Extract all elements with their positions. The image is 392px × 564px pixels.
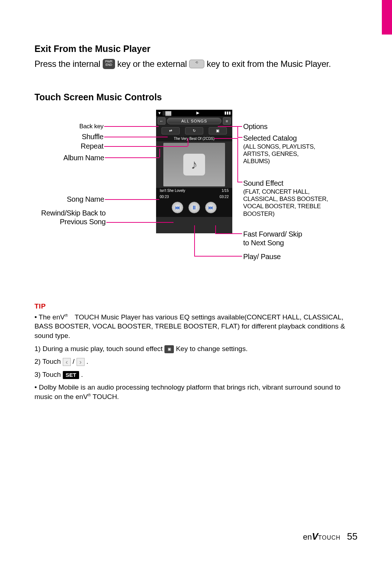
label-selected-catalog-sub: (ALL SONGS, PLAYLISTS, ARTISTS, GENRES, …: [243, 143, 323, 165]
music-note-icon: ♪: [183, 154, 205, 176]
sound-effect-icon: ▣: [216, 129, 219, 133]
options-button[interactable]: ≡: [223, 117, 231, 125]
playback-controls: ⏮ ⏸ ⏭: [156, 200, 232, 217]
skip-back-icon: ⏮: [175, 205, 180, 210]
tip-step-3: 3) Touch SET .: [34, 370, 358, 379]
label-shuffle: Shuffle: [82, 132, 103, 141]
tip-step-2: 2) Touch ‹ / › .: [34, 357, 358, 366]
catalog-selector[interactable]: ALL SONGS: [167, 118, 221, 124]
leader-line: [215, 225, 216, 233]
leader-line: [188, 138, 188, 146]
signal-icon: ▼ ░▓▓: [158, 111, 171, 115]
list-icon: ≡: [226, 119, 228, 123]
tip-step-1: 1) During a music play, touch sound effe…: [34, 344, 358, 354]
tip-bullet-dolby: • Dolby Mobile is an audio processing te…: [34, 383, 358, 401]
label-repeat: Repeat: [80, 142, 103, 150]
text: TOUCH Music Player has various EQ settin…: [34, 313, 345, 339]
leader-line: [159, 149, 160, 157]
music-player-diagram: ▼ ░▓▓ ▶ ▮▮▮ ← ALL SONGS ≡ ⇄ ↻ ▣ The Very…: [34, 110, 358, 284]
section-touch-controls-title: Touch Screen Music Controls: [34, 92, 358, 102]
repeat-button[interactable]: ↻: [185, 127, 203, 134]
label-sound-effect-sub: (FLAT, CONCERT HALL, CLASSICAL, BASS BOO…: [243, 188, 330, 218]
text: TOUCH: [318, 535, 340, 541]
label-rewind: Rewind/Skip Back to Previous Song: [38, 209, 106, 226]
sound-effect-key-icon: ▣: [164, 345, 174, 353]
registered-mark: ®: [65, 313, 68, 317]
leader-line: [237, 137, 242, 138]
back-arrow-icon: ←: [160, 119, 164, 123]
registered-mark: ®: [88, 393, 91, 397]
leader-line: [214, 138, 238, 139]
page-content: Exit From the Music Player Press the int…: [0, 0, 392, 427]
repeat-icon: ↻: [193, 129, 196, 133]
skip-forward-icon: ⏭: [208, 205, 213, 210]
next-button[interactable]: ⏭: [205, 202, 217, 213]
label-options: Options: [243, 122, 268, 131]
pause-icon: ⏸: [192, 205, 197, 210]
set-button-icon: SET: [63, 371, 79, 379]
leader-line: [218, 126, 238, 127]
page-edge-tab: [382, 0, 392, 35]
label-sound-effect: Sound Effect: [243, 179, 283, 188]
text: 2) Touch: [34, 358, 63, 365]
sound-effect-button[interactable]: ▣: [209, 127, 227, 134]
mode-icon-row: ⇄ ↻ ▣: [156, 126, 232, 136]
text: en: [303, 532, 312, 541]
leader-line: [237, 126, 238, 137]
brand-logo: enVTOUCH: [303, 531, 340, 542]
play-pause-button[interactable]: ⏸: [188, 202, 200, 213]
leader-line: [194, 256, 242, 257]
shuffle-icon: ⇄: [169, 129, 172, 133]
leader-line: [237, 182, 242, 182]
tip-bullet-eq: • The enV® TOUCH Music Player has variou…: [34, 313, 358, 341]
text: Press the internal: [34, 59, 103, 69]
leader-line: [105, 157, 159, 158]
previous-button[interactable]: ⏮: [172, 202, 183, 213]
time-row: 00:23 03:22: [156, 193, 232, 200]
leader-line: [104, 126, 159, 127]
page-footer: enVTOUCH 55: [303, 531, 358, 542]
section-exit-title: Exit From the Music Player: [34, 44, 358, 54]
status-bar: ▼ ░▓▓ ▶ ▮▮▮: [156, 110, 232, 116]
text: V: [312, 531, 318, 542]
text: TOUCH.: [91, 393, 119, 400]
text: 1) During a music play, touch sound effe…: [34, 345, 164, 352]
external-key-icon: ⟲: [189, 60, 204, 68]
text: 3) Touch: [34, 371, 63, 378]
leader-line: [105, 199, 159, 200]
label-selected-catalog: Selected Catalog: [243, 134, 297, 142]
text: .: [86, 358, 88, 365]
time-elapsed: 00:23: [160, 195, 169, 199]
label-back-key: Back key: [71, 123, 103, 130]
leader-line: [106, 222, 173, 223]
label-album-name: Album Name: [63, 153, 104, 162]
label-fast-forward: Fast Forward/ Skip to Next Song: [243, 230, 309, 247]
time-total: 03:22: [220, 195, 229, 199]
label-play-pause: Play/ Pause: [243, 252, 281, 261]
track-index: 1/15: [222, 189, 229, 193]
song-info-row: Isn't She Lovely 1/15: [156, 188, 232, 193]
tip-heading: TIP: [34, 302, 358, 310]
pwr-end-key-icon: PWREND: [103, 59, 115, 69]
text: • The enV: [34, 313, 65, 321]
text: key or the external: [117, 59, 189, 69]
phone-mockup: ▼ ░▓▓ ▶ ▮▮▮ ← ALL SONGS ≡ ⇄ ↻ ▣ The Very…: [156, 110, 232, 233]
label-song-name: Song Name: [64, 195, 104, 204]
shuffle-button[interactable]: ⇄: [162, 127, 180, 134]
leader-line: [237, 138, 238, 182]
exit-instructions: Press the internal PWREND key or the ext…: [34, 58, 358, 70]
leader-line: [104, 137, 168, 137]
back-button[interactable]: ←: [158, 117, 166, 125]
song-name-text: Isn't She Lovely: [160, 189, 185, 193]
text: /: [73, 358, 77, 365]
left-arrow-key-icon: ‹: [63, 358, 71, 366]
text: Key to change settings.: [176, 345, 248, 352]
right-arrow-key-icon: ›: [77, 358, 85, 366]
leader-line: [215, 233, 242, 234]
text: • Dolby Mobile is an audio processing te…: [34, 383, 340, 400]
album-art: ♪: [163, 143, 225, 186]
leader-line: [104, 146, 188, 147]
battery-icon: ▮▮▮: [224, 110, 231, 115]
title-row: ← ALL SONGS ≡: [156, 116, 232, 126]
leader-line: [194, 225, 195, 256]
